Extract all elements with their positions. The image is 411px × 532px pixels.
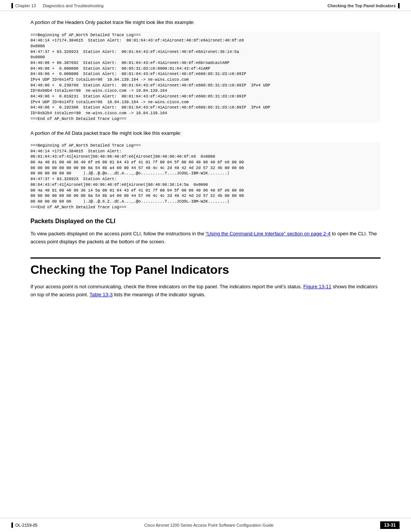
intro-text-1: A portion of the Headers Only packet tra…: [30, 19, 381, 26]
header-bar-right-icon: [398, 3, 400, 8]
page-container: Chapter 13 Diagnostics and Troubleshooti…: [0, 0, 411, 532]
footer-bar-icon: [11, 522, 13, 528]
footer-page-number: 13-31: [380, 521, 400, 529]
header-bar-left-icon: [11, 3, 13, 8]
main-content: A portion of the Headers Only packet tra…: [0, 11, 411, 518]
footer-center-text: Cisco Aironet 1200 Series Access Point S…: [144, 523, 274, 527]
header-chapter-title: Diagnostics and Troubleshooting: [43, 3, 104, 8]
chapter-body-paragraph: If your access point is not communicatin…: [30, 283, 381, 299]
chapter-body-suffix: lists the meanings of the indicator sign…: [113, 292, 206, 297]
packets-para-prefix: To view packets displayed on the access …: [30, 231, 206, 236]
code-block-2: ===Beginning of AP_North Detailed Trace …: [30, 142, 381, 211]
packets-link[interactable]: “Using the Command-Line Interface” secti…: [206, 231, 330, 236]
footer-center: Cisco Aironet 1200 Series Access Point S…: [38, 523, 381, 527]
code-block-1: ===Beginning of AP_North Detailed Trace …: [30, 32, 381, 123]
chapter-link-table[interactable]: Table 13-3: [89, 292, 113, 297]
packets-heading: Packets Displayed on the CLI: [30, 217, 381, 225]
chapter-link-figure[interactable]: Figure 13-11: [303, 284, 331, 289]
chapter-body-prefix: If your access point is not communicatin…: [30, 284, 303, 289]
footer-left: OL-2159-05: [11, 522, 38, 528]
footer-doc-number: OL-2159-05: [15, 523, 38, 527]
header-chapter-label: Chapter 13: [15, 3, 36, 8]
page-footer: OL-2159-05 Cisco Aironet 1200 Series Acc…: [0, 518, 411, 532]
packets-paragraph: To view packets displayed on the access …: [30, 230, 381, 246]
intro-text-2: A portion of the All Data packet trace f…: [30, 129, 381, 137]
chapter-main-title: Checking the Top Panel Indicators: [30, 262, 381, 277]
header-left: Chapter 13 Diagnostics and Troubleshooti…: [11, 3, 104, 8]
header-right: Checking the Top Panel Indicators: [328, 3, 400, 8]
chapter-section: Checking the Top Panel Indicators If you…: [30, 257, 381, 299]
header-right-title: Checking the Top Panel Indicators: [328, 3, 396, 8]
page-header: Chapter 13 Diagnostics and Troubleshooti…: [0, 0, 411, 11]
